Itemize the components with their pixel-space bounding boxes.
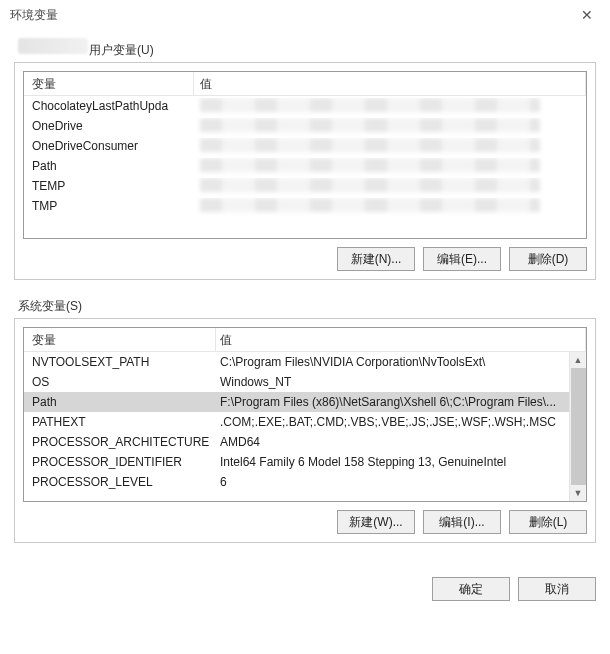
var-name-cell: OneDrive xyxy=(24,119,194,133)
close-icon[interactable]: ✕ xyxy=(572,3,602,27)
dialog-buttons: 确定 取消 xyxy=(0,577,610,615)
var-value-cell: C:\Program Files\NVIDIA Corporation\NvTo… xyxy=(216,355,586,369)
system-vars-listview[interactable]: 变量 值 NVTOOLSEXT_PATHC:\Program Files\NVI… xyxy=(23,327,587,502)
var-name-cell: PROCESSOR_LEVEL xyxy=(24,475,216,489)
system-vars-header: 变量 值 xyxy=(24,328,586,352)
sys-col-variable[interactable]: 变量 xyxy=(24,328,216,352)
user-delete-button[interactable]: 删除(D) xyxy=(509,247,587,271)
table-row[interactable]: OneDrive xyxy=(24,116,586,136)
table-row[interactable]: PROCESSOR_LEVEL6 xyxy=(24,472,586,492)
scroll-down-arrow-icon[interactable]: ▼ xyxy=(570,485,586,501)
system-new-button[interactable]: 新建(W)... xyxy=(337,510,415,534)
system-vars-group: 系统变量(S) 变量 值 NVTOOLSEXT_PATHC:\Program F… xyxy=(14,298,596,543)
user-vars-title: 用户变量(U) xyxy=(89,42,154,59)
var-name-cell: PATHEXT xyxy=(24,415,216,429)
redacted-value xyxy=(200,118,540,132)
system-vars-scrollbar[interactable]: ▲ ▼ xyxy=(569,352,586,501)
var-name-cell: PROCESSOR_IDENTIFIER xyxy=(24,455,216,469)
system-edit-button[interactable]: 编辑(I)... xyxy=(423,510,501,534)
var-name-cell: PROCESSOR_ARCHITECTURE xyxy=(24,435,216,449)
var-name-cell: TEMP xyxy=(24,179,194,193)
table-row[interactable]: ChocolateyLastPathUpda xyxy=(24,96,586,116)
redacted-value xyxy=(200,198,540,212)
table-row[interactable]: OneDriveConsumer xyxy=(24,136,586,156)
table-row[interactable]: TEMP xyxy=(24,176,586,196)
table-row[interactable]: OSWindows_NT xyxy=(24,372,586,392)
ok-button[interactable]: 确定 xyxy=(432,577,510,601)
table-row[interactable]: TMP xyxy=(24,196,586,216)
user-vars-buttons: 新建(N)... 编辑(E)... 删除(D) xyxy=(23,247,587,271)
var-name-cell: Path xyxy=(24,395,216,409)
redacted-value xyxy=(200,178,540,192)
var-name-cell: OneDriveConsumer xyxy=(24,139,194,153)
username-redacted xyxy=(18,38,88,54)
var-value-cell: F:\Program Files (x86)\NetSarang\Xshell … xyxy=(216,395,586,409)
var-value-cell: Intel64 Family 6 Model 158 Stepping 13, … xyxy=(216,455,586,469)
user-col-value[interactable]: 值 xyxy=(194,72,586,96)
table-row[interactable]: PROCESSOR_ARCHITECTUREAMD64 xyxy=(24,432,586,452)
var-value-cell xyxy=(194,138,586,155)
user-vars-heading: 用户变量(U) xyxy=(14,38,596,62)
system-vars-buttons: 新建(W)... 编辑(I)... 删除(L) xyxy=(23,510,587,534)
table-row[interactable]: Path xyxy=(24,156,586,176)
redacted-value xyxy=(200,98,540,112)
table-row[interactable]: PROCESSOR_IDENTIFIERIntel64 Family 6 Mod… xyxy=(24,452,586,472)
redacted-value xyxy=(200,158,540,172)
system-vars-title: 系统变量(S) xyxy=(18,298,82,315)
var-name-cell: Path xyxy=(24,159,194,173)
scroll-thumb[interactable] xyxy=(571,368,586,485)
user-vars-listview[interactable]: 变量 值 ChocolateyLastPathUpdaOneDriveOneDr… xyxy=(23,71,587,239)
system-vars-heading: 系统变量(S) xyxy=(14,298,596,318)
var-value-cell: AMD64 xyxy=(216,435,586,449)
var-name-cell: TMP xyxy=(24,199,194,213)
user-vars-header: 变量 值 xyxy=(24,72,586,96)
table-row[interactable]: PathF:\Program Files (x86)\NetSarang\Xsh… xyxy=(24,392,586,412)
scroll-up-arrow-icon[interactable]: ▲ xyxy=(570,352,586,368)
user-new-button[interactable]: 新建(N)... xyxy=(337,247,415,271)
user-col-variable[interactable]: 变量 xyxy=(24,72,194,96)
table-row[interactable]: PATHEXT.COM;.EXE;.BAT;.CMD;.VBS;.VBE;.JS… xyxy=(24,412,586,432)
var-name-cell: ChocolateyLastPathUpda xyxy=(24,99,194,113)
system-delete-button[interactable]: 删除(L) xyxy=(509,510,587,534)
var-value-cell xyxy=(194,118,586,135)
var-value-cell xyxy=(194,178,586,195)
cancel-button[interactable]: 取消 xyxy=(518,577,596,601)
var-value-cell: Windows_NT xyxy=(216,375,586,389)
var-value-cell xyxy=(194,198,586,215)
titlebar: 环境变量 ✕ xyxy=(0,0,610,30)
user-edit-button[interactable]: 编辑(E)... xyxy=(423,247,501,271)
sys-col-value[interactable]: 值 xyxy=(216,328,586,352)
table-row[interactable]: NVTOOLSEXT_PATHC:\Program Files\NVIDIA C… xyxy=(24,352,586,372)
var-value-cell xyxy=(194,98,586,115)
var-name-cell: OS xyxy=(24,375,216,389)
user-vars-group: 用户变量(U) 变量 值 ChocolateyLastPathUpdaOneDr… xyxy=(14,38,596,280)
redacted-value xyxy=(200,138,540,152)
var-value-cell: 6 xyxy=(216,475,586,489)
var-value-cell xyxy=(194,158,586,175)
var-name-cell: NVTOOLSEXT_PATH xyxy=(24,355,216,369)
window-title: 环境变量 xyxy=(10,7,58,24)
var-value-cell: .COM;.EXE;.BAT;.CMD;.VBS;.VBE;.JS;.JSE;.… xyxy=(216,415,586,429)
